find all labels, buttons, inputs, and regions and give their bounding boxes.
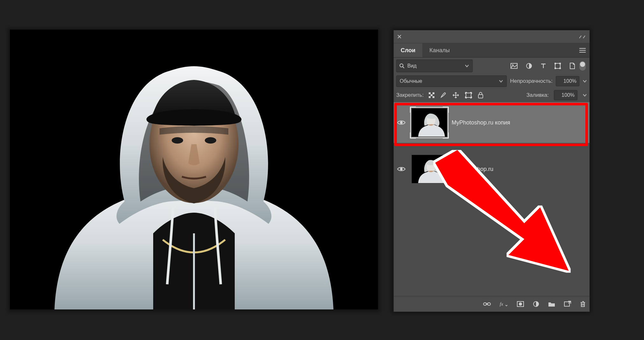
layer-thumbnail[interactable] xyxy=(411,108,447,137)
svg-rect-20 xyxy=(478,95,483,98)
filter-type-text-icon[interactable] xyxy=(540,63,546,69)
svg-rect-12 xyxy=(559,67,561,69)
layer-name[interactable]: MyPhotoshop.ru xyxy=(452,166,493,173)
layers-panel: Слои Каналы Вид xyxy=(393,30,590,312)
filter-type-label: Вид xyxy=(407,63,417,69)
opacity-value-field[interactable]: 100% xyxy=(556,76,579,86)
close-icon[interactable] xyxy=(397,34,402,39)
link-layers-icon[interactable] xyxy=(483,302,491,306)
chevron-down-icon[interactable] xyxy=(583,78,587,84)
panel-tabs: Слои Каналы xyxy=(394,43,590,58)
svg-rect-18 xyxy=(433,96,434,98)
filter-toggle[interactable] xyxy=(579,61,586,71)
layer-style-icon[interactable]: fx xyxy=(500,301,508,307)
layer-mask-icon[interactable] xyxy=(517,301,524,307)
tab-channels[interactable]: Каналы xyxy=(422,43,457,57)
layer-filter-bar: Вид xyxy=(394,58,590,74)
svg-point-3 xyxy=(205,137,216,144)
layers-bottom-toolbar: fx xyxy=(394,296,590,312)
filter-pixel-icon[interactable] xyxy=(511,63,518,69)
layer-thumbnail[interactable] xyxy=(411,155,447,183)
svg-point-4 xyxy=(400,64,403,67)
filter-adjustment-icon[interactable] xyxy=(526,63,532,69)
svg-rect-34 xyxy=(564,302,569,306)
layer-name[interactable]: MyPhotoshop.ru копия xyxy=(452,119,510,126)
lock-artboard-icon[interactable] xyxy=(465,92,472,98)
layer-row[interactable]: MyPhotoshop.ru xyxy=(394,149,590,189)
fill-label: Заливка: xyxy=(526,92,549,98)
lock-position-icon[interactable] xyxy=(452,92,459,99)
blend-mode-value: Обычные xyxy=(400,78,422,84)
chevron-down-icon[interactable] xyxy=(583,92,587,98)
svg-rect-17 xyxy=(429,96,431,98)
eye-icon xyxy=(397,120,405,125)
fill-value: 100% xyxy=(562,92,575,98)
search-icon xyxy=(399,63,405,69)
new-group-icon[interactable] xyxy=(548,301,555,307)
svg-rect-11 xyxy=(555,67,556,69)
filter-smartobject-icon[interactable] xyxy=(569,63,575,69)
layer-visibility-toggle[interactable] xyxy=(396,120,407,125)
svg-text:fx: fx xyxy=(500,301,503,307)
layer-row[interactable]: MyPhotoshop.ru копия xyxy=(394,102,590,143)
svg-rect-5 xyxy=(511,63,517,68)
panel-titlebar xyxy=(394,30,590,43)
blend-bar: Обычные Непрозрачность: 100% xyxy=(394,74,590,88)
filter-type-dropdown[interactable]: Вид xyxy=(396,60,473,72)
svg-point-24 xyxy=(400,168,403,170)
layer-visibility-toggle[interactable] xyxy=(396,166,407,172)
svg-rect-9 xyxy=(555,63,556,64)
opacity-value: 100% xyxy=(563,78,576,84)
filter-icons xyxy=(511,63,575,69)
collapse-icon[interactable] xyxy=(579,34,586,39)
app-stage: Слои Каналы Вид xyxy=(0,0,644,340)
blend-mode-select[interactable]: Обычные xyxy=(396,75,507,87)
panel-menu-icon[interactable] xyxy=(579,47,586,53)
svg-point-2 xyxy=(172,137,183,144)
lock-paint-icon[interactable] xyxy=(440,92,447,98)
tab-layers[interactable]: Слои xyxy=(394,43,422,57)
layers-list: MyPhotoshop.ru копия MyPhotoshop.ru xyxy=(394,102,590,296)
lock-bar: Закрепить: Заливка: 100% xyxy=(394,88,590,102)
document-canvas[interactable] xyxy=(10,30,378,309)
svg-rect-16 xyxy=(431,94,433,96)
tab-channels-label: Каналы xyxy=(429,47,450,54)
chevron-down-icon xyxy=(465,63,469,69)
lock-transparency-icon[interactable] xyxy=(429,92,434,98)
svg-point-21 xyxy=(400,121,403,124)
opacity-label: Непрозрачность: xyxy=(510,78,553,84)
svg-rect-10 xyxy=(559,63,561,64)
svg-rect-15 xyxy=(433,92,434,94)
chevron-down-icon xyxy=(499,78,503,84)
svg-rect-14 xyxy=(429,92,431,94)
svg-point-32 xyxy=(519,302,522,306)
lock-all-icon[interactable] xyxy=(478,92,483,98)
new-layer-icon[interactable] xyxy=(564,301,571,307)
fill-value-field[interactable]: 100% xyxy=(554,90,577,100)
adjustment-layer-icon[interactable] xyxy=(533,301,539,307)
svg-rect-19 xyxy=(466,93,471,97)
portrait-image xyxy=(10,30,378,309)
toggle-knob xyxy=(580,62,585,67)
filter-shape-icon[interactable] xyxy=(555,63,561,69)
lock-label: Закрепить: xyxy=(396,92,424,98)
tab-layers-label: Слои xyxy=(401,47,415,54)
delete-layer-icon[interactable] xyxy=(580,301,586,307)
eye-icon xyxy=(397,166,405,172)
